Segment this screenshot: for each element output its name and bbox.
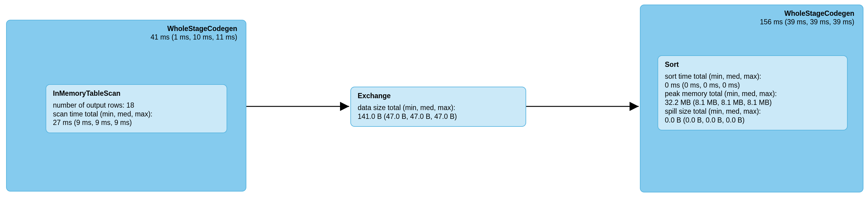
wholestagecodegen-right-subtitle: 156 ms (39 ms, 39 ms, 39 ms) xyxy=(649,18,854,27)
wholestagecodegen-left-subtitle: 41 ms (1 ms, 10 ms, 11 ms) xyxy=(15,33,237,42)
sort-peak-memory-label: peak memory total (min, med, max): xyxy=(665,89,840,98)
sort-title: Sort xyxy=(665,60,840,69)
sort-spill-size-label: spill size total (min, med, max): xyxy=(665,107,840,116)
exchange-data-size-value: 141.0 B (47.0 B, 47.0 B, 47.0 B) xyxy=(358,112,519,121)
exchange-title: Exchange xyxy=(358,92,519,100)
sort-peak-memory-value: 32.2 MB (8.1 MB, 8.1 MB, 8.1 MB) xyxy=(665,98,840,107)
inmemorytablescan-node: InMemoryTableScan number of output rows:… xyxy=(45,84,227,133)
inmemorytablescan-output-rows: number of output rows: 18 xyxy=(53,101,220,110)
query-plan-diagram: WholeStageCodegen 41 ms (1 ms, 10 ms, 11… xyxy=(0,0,868,197)
exchange-data-size-label: data size total (min, med, max): xyxy=(358,103,519,112)
sort-spill-size-value: 0.0 B (0.0 B, 0.0 B, 0.0 B) xyxy=(665,116,840,125)
sort-node: Sort sort time total (min, med, max): 0 … xyxy=(657,55,848,130)
sort-time-label: sort time total (min, med, max): xyxy=(665,72,840,81)
inmemorytablescan-scan-time-value: 27 ms (9 ms, 9 ms, 9 ms) xyxy=(53,118,220,127)
inmemorytablescan-title: InMemoryTableScan xyxy=(53,89,220,98)
wholestagecodegen-right-title: WholeStageCodegen xyxy=(649,9,854,18)
sort-time-value: 0 ms (0 ms, 0 ms, 0 ms) xyxy=(665,81,840,90)
wholestagecodegen-right: WholeStageCodegen 156 ms (39 ms, 39 ms, … xyxy=(640,5,863,192)
inmemorytablescan-scan-time-label: scan time total (min, med, max): xyxy=(53,110,220,119)
wholestagecodegen-left-title: WholeStageCodegen xyxy=(15,25,237,33)
wholestagecodegen-left: WholeStageCodegen 41 ms (1 ms, 10 ms, 11… xyxy=(6,20,246,192)
wholestagecodegen-right-header: WholeStageCodegen 156 ms (39 ms, 39 ms, … xyxy=(641,5,863,29)
exchange-node: Exchange data size total (min, med, max)… xyxy=(350,87,526,127)
wholestagecodegen-left-header: WholeStageCodegen 41 ms (1 ms, 10 ms, 11… xyxy=(7,20,246,44)
